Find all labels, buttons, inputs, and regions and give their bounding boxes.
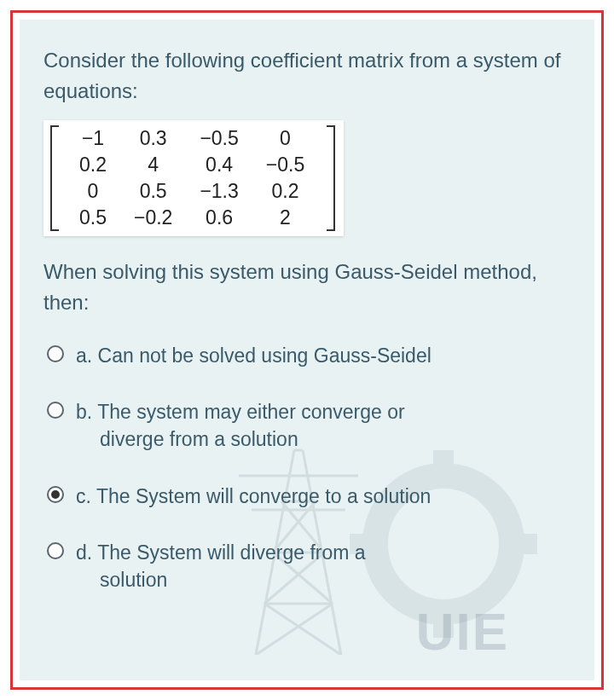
option-a[interactable]: a. Can not be solved using Gauss-Seidel xyxy=(47,342,571,369)
matrix-cell: 4 xyxy=(120,152,186,178)
matrix-cell: −1.3 xyxy=(186,178,252,205)
matrix-cell: 2 xyxy=(252,205,318,231)
quiz-content: UIE Consider the following coefficient m… xyxy=(20,20,594,680)
option-label-line2: diverge from a solution xyxy=(100,425,405,453)
matrix-cell: 0.3 xyxy=(120,125,186,152)
radio-b[interactable] xyxy=(47,402,64,419)
watermark-text: UIE xyxy=(416,601,509,662)
matrix-table: −1 0.3 −0.5 0 0.2 4 0.4 −0.5 0 0.5 − xyxy=(66,125,318,231)
option-d-text: d. The System will diverge from a soluti… xyxy=(76,539,366,593)
question-after: When solving this system using Gauss-Sei… xyxy=(43,257,571,318)
matrix-row: 0.2 4 0.4 −0.5 xyxy=(66,152,318,178)
option-a-text: a. Can not be solved using Gauss-Seidel xyxy=(76,342,432,369)
option-label: The System will diverge from a xyxy=(97,541,365,564)
option-letter: a. xyxy=(76,344,92,367)
option-label: The system may either converge or xyxy=(97,401,404,423)
matrix-row: 0.5 −0.2 0.6 2 xyxy=(66,205,318,231)
matrix-cell: 0.2 xyxy=(66,152,120,178)
matrix-row: −1 0.3 −0.5 0 xyxy=(66,125,318,152)
matrix-cell: −0.2 xyxy=(120,205,186,231)
coefficient-matrix: −1 0.3 −0.5 0 0.2 4 0.4 −0.5 0 0.5 − xyxy=(43,120,344,236)
matrix-cell: −1 xyxy=(66,125,120,152)
option-c-text: c. The System will converge to a solutio… xyxy=(76,483,431,510)
matrix-cell: −0.5 xyxy=(186,125,252,152)
option-label-line2: solution xyxy=(100,566,366,593)
option-b-text: b. The system may either converge or div… xyxy=(76,398,405,453)
option-letter: d. xyxy=(76,541,92,564)
matrix-cell: 0.4 xyxy=(186,152,252,178)
option-d[interactable]: d. The System will diverge from a soluti… xyxy=(47,539,571,593)
option-c[interactable]: c. The System will converge to a solutio… xyxy=(47,483,571,510)
matrix-bracket-right xyxy=(327,125,335,231)
question-intro: Consider the following coefficient matri… xyxy=(43,45,571,107)
option-letter: c. xyxy=(76,485,91,507)
matrix-cell: −0.5 xyxy=(252,152,318,178)
option-letter: b. xyxy=(76,401,92,423)
matrix-cell: 0 xyxy=(252,125,318,152)
svg-line-6 xyxy=(256,604,333,655)
option-label: The System will converge to a solution xyxy=(96,485,431,507)
radio-c[interactable] xyxy=(47,486,64,503)
matrix-bracket-left xyxy=(50,125,59,231)
matrix-cell: 0.5 xyxy=(120,178,186,205)
svg-line-7 xyxy=(264,604,341,655)
option-label: Can not be solved using Gauss-Seidel xyxy=(98,344,432,367)
matrix-cell: 0.5 xyxy=(66,205,120,231)
matrix-cell: 0.2 xyxy=(252,178,318,205)
matrix-cell: 0 xyxy=(66,178,120,205)
radio-d[interactable] xyxy=(47,542,64,559)
radio-a[interactable] xyxy=(47,345,64,362)
svg-rect-16 xyxy=(433,612,454,638)
option-b[interactable]: b. The system may either converge or div… xyxy=(47,398,571,453)
matrix-cell: 0.6 xyxy=(186,205,252,231)
quiz-frame: UIE Consider the following coefficient m… xyxy=(10,10,604,690)
matrix-row: 0 0.5 −1.3 0.2 xyxy=(66,178,318,205)
options-group: a. Can not be solved using Gauss-Seidel … xyxy=(43,342,571,593)
